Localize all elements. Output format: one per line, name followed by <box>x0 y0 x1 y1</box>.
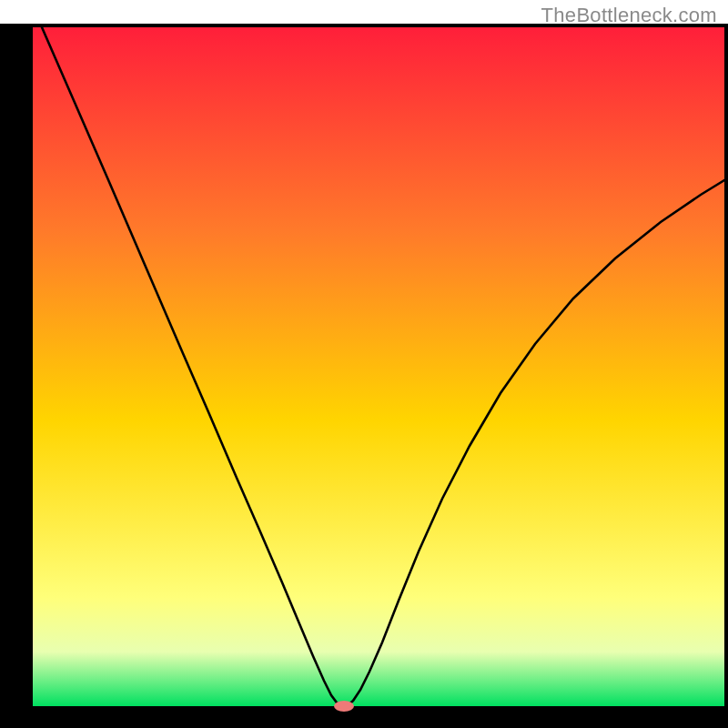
bottleneck-chart <box>0 0 728 728</box>
plot-area <box>33 27 724 706</box>
chart-container: TheBottleneck.com <box>0 0 728 728</box>
optimal-marker <box>334 701 354 712</box>
watermark-text: TheBottleneck.com <box>541 4 717 27</box>
